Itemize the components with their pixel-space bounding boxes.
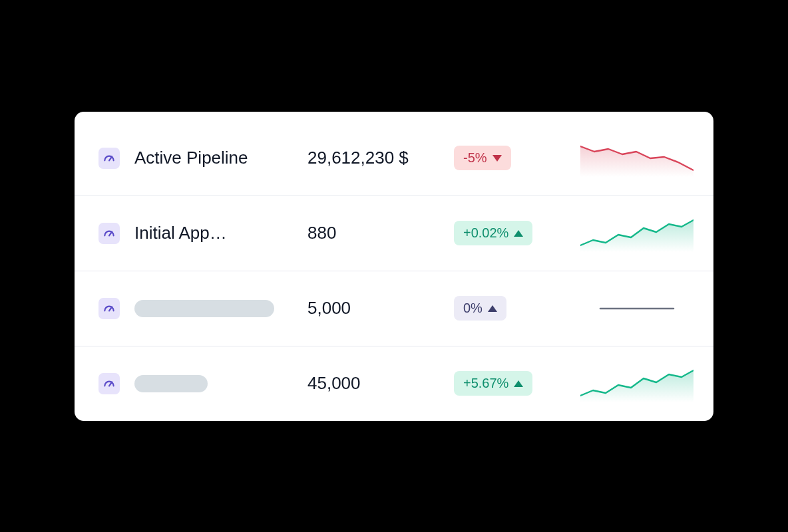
- change-text: +0.02%: [463, 225, 508, 241]
- sparkline: [580, 290, 693, 327]
- metric-row[interactable]: Active Pipeline 29,612,230 $ -5%: [75, 121, 713, 196]
- gauge-icon: [98, 223, 120, 244]
- sparkline: [580, 215, 693, 252]
- change-text: 0%: [463, 301, 483, 316]
- sparkline: [580, 140, 693, 177]
- change-text: +5.67%: [463, 376, 508, 391]
- change-text: -5%: [463, 150, 487, 166]
- metric-row[interactable]: 45,000 +5.67%: [75, 346, 713, 421]
- change-badge: 0%: [454, 296, 506, 321]
- metric-label: Active Pipeline: [128, 148, 307, 168]
- caret-up-icon: [488, 305, 497, 312]
- sparkline: [580, 365, 693, 402]
- metric-row[interactable]: Initial App… 880 +0.02%: [75, 196, 713, 271]
- metric-value: 45,000: [307, 373, 454, 394]
- change-badge: +0.02%: [454, 221, 532, 245]
- metric-value: 5,000: [307, 298, 454, 319]
- metric-label-placeholder: [128, 300, 307, 317]
- metric-label: Initial App…: [128, 223, 307, 243]
- metric-label-placeholder: [128, 375, 307, 392]
- metric-value: 29,612,230 $: [307, 148, 454, 168]
- gauge-icon: [98, 298, 120, 319]
- metric-value: 880: [307, 223, 454, 243]
- change-badge: -5%: [454, 146, 511, 170]
- caret-down-icon: [492, 155, 502, 162]
- gauge-icon: [98, 373, 120, 394]
- caret-up-icon: [514, 380, 523, 387]
- change-badge: +5.67%: [454, 371, 532, 396]
- gauge-icon: [98, 148, 120, 169]
- metrics-card: Active Pipeline 29,612,230 $ -5%: [75, 112, 713, 421]
- metric-row[interactable]: 5,000 0%: [75, 271, 713, 346]
- caret-up-icon: [514, 230, 523, 237]
